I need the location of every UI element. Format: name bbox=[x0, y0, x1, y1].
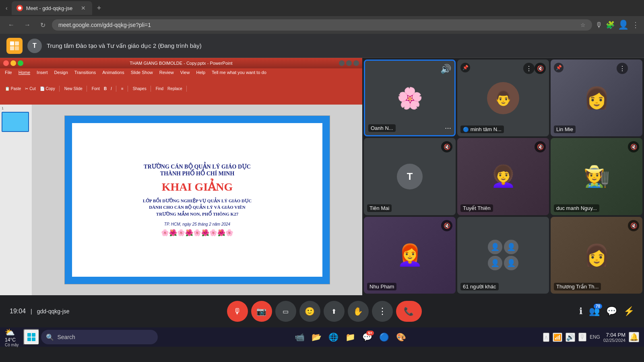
taskbar-app-explorer[interactable]: 📂 bbox=[309, 329, 325, 345]
taskbar-app-files[interactable]: 📁 bbox=[343, 329, 359, 345]
meeting-time: 19:04 bbox=[10, 308, 26, 315]
ppt-slide-thumb-1[interactable] bbox=[2, 112, 29, 132]
menu-icon[interactable]: ⋮ bbox=[632, 21, 639, 29]
address-bar: ← → ↻ meet.google.com/gdd-qqkg-jse?pli=1… bbox=[0, 16, 644, 34]
ppt-slide: TRƯỜNG CÁN BỘ QUẢN LÝ GIÁO DỤC THÀNH PHỐ… bbox=[64, 115, 330, 284]
oanh-name: Oanh N... bbox=[368, 124, 396, 132]
ppt-align-btn[interactable]: ≡ bbox=[120, 86, 125, 92]
clock-time: 7:04 PM bbox=[603, 332, 625, 338]
ppt-find-btn[interactable]: Find bbox=[154, 86, 165, 92]
captions-button[interactable]: ▭ bbox=[275, 301, 296, 322]
tab-add-button[interactable]: + bbox=[94, 2, 105, 14]
tab-favicon bbox=[17, 5, 23, 11]
ppt-menu-slideshow[interactable]: Slide Show bbox=[129, 69, 155, 76]
tab-nav-prev[interactable]: ‹ bbox=[3, 3, 10, 13]
weather-icon: ⛅ bbox=[5, 327, 15, 337]
ppt-menu-bar: File Home Insert Design Transitions Anim… bbox=[0, 68, 362, 76]
bookmark-icon[interactable]: ☆ bbox=[580, 22, 586, 28]
ppt-winbtn2[interactable] bbox=[346, 60, 352, 66]
people-button[interactable]: 👥 70 bbox=[589, 306, 600, 317]
ppt-cut-btn[interactable]: ✂ Cut bbox=[23, 86, 37, 92]
extensions-icon[interactable]: 🧩 bbox=[606, 21, 615, 29]
ppt-shapes-btn[interactable]: Shapes bbox=[131, 86, 148, 92]
tuyetthien-name: Tuyết Thiên bbox=[460, 204, 493, 212]
taskbar-app-zalo[interactable]: 💬 5+ bbox=[359, 329, 376, 345]
ppt-italic-btn[interactable]: I bbox=[109, 86, 114, 92]
ppt-winbtn3[interactable] bbox=[353, 60, 359, 66]
systray-network-icon[interactable]: 📶 bbox=[553, 333, 562, 342]
ppt-menu-design[interactable]: Design bbox=[53, 69, 70, 76]
taskbar-app-chrome[interactable]: 🔵 bbox=[376, 329, 392, 345]
participants-grid: 🌸 🔊 Oanh N... ⋯ 👨 📌 🔇 ⋮ 🔵 minh tâm N... … bbox=[362, 58, 644, 295]
ppt-menu-home[interactable]: Home bbox=[17, 69, 32, 76]
ppt-max-btn[interactable] bbox=[18, 60, 23, 66]
windows-logo-icon bbox=[27, 333, 35, 341]
tab-close-button[interactable]: ✕ bbox=[79, 4, 87, 12]
ppt-menu-view[interactable]: View bbox=[179, 69, 192, 76]
chat-button[interactable]: 💬 bbox=[606, 306, 617, 317]
ppt-min-btn[interactable] bbox=[10, 60, 16, 66]
time-separator: | bbox=[31, 308, 32, 315]
activities-button[interactable]: ⚡ bbox=[623, 306, 634, 317]
system-clock[interactable]: 7:04 PM 02/25/2024 bbox=[603, 332, 625, 343]
info-button[interactable]: ℹ bbox=[579, 306, 582, 317]
participant-card-ducmanh: 🧑‍🌾 🔇 duc manh Nguy... bbox=[551, 138, 642, 215]
info-icon: ℹ bbox=[579, 306, 582, 316]
taskbar-search-bar[interactable]: 🔍 Search bbox=[41, 330, 158, 344]
participant-card-oanh: 🌸 🔊 Oanh N... ⋯ bbox=[364, 60, 456, 136]
controls-bar: 19:04 | gdd-qqkg-jse 🎙 📷 ▭ 🙂 ⬆ ✋ ⋮ bbox=[0, 295, 644, 327]
emoji-icon: 🙂 bbox=[305, 306, 315, 316]
ppt-menu-transitions[interactable]: Transitions bbox=[73, 69, 97, 76]
mute-button[interactable]: 🎙 bbox=[227, 301, 248, 322]
forward-button[interactable]: → bbox=[21, 20, 34, 30]
ppt-paste-btn[interactable]: 📋 Paste bbox=[3, 86, 23, 92]
taskbar-weather: ⛅ 14°C Có mây bbox=[5, 327, 19, 347]
tienmai-name: Tiên Mai bbox=[367, 204, 392, 212]
present-icon: ⬆ bbox=[331, 308, 336, 315]
minhtam-more-btn[interactable]: ⋮ bbox=[523, 63, 535, 74]
ppt-new-slide-btn[interactable]: New Slide bbox=[63, 86, 84, 92]
end-call-icon: 📞 bbox=[404, 306, 414, 316]
emoji-button[interactable]: 🙂 bbox=[299, 301, 320, 322]
minhtam-pin-icon: 📌 bbox=[460, 63, 470, 72]
ppt-font-btn[interactable]: Font bbox=[90, 86, 101, 92]
url-box[interactable]: meet.google.com/gdd-qqkg-jse?pli=1 ☆ bbox=[52, 19, 592, 31]
notification-button[interactable]: 🔔 bbox=[629, 332, 639, 342]
active-tab[interactable]: Meet - gdd-qqkg-jse ✕ bbox=[12, 1, 92, 15]
svg-rect-2 bbox=[10, 46, 14, 50]
systray-hidden-icons[interactable]: ∧ bbox=[543, 333, 549, 342]
systray-volume-icon[interactable]: 🔊 bbox=[566, 333, 575, 342]
camera-button[interactable]: 📷 bbox=[251, 301, 272, 322]
ppt-menu-review[interactable]: Review bbox=[158, 69, 175, 76]
linmie-more-btn[interactable]: ⋮ bbox=[617, 63, 628, 74]
ppt-menu-tellme[interactable]: Tell me what you want to do bbox=[210, 69, 268, 76]
slide-flowers: 🌸🌺🌸🌺🌸🌺🌸🌺🌸 bbox=[143, 229, 252, 237]
back-button[interactable]: ← bbox=[5, 20, 18, 30]
ppt-content-area: 1 TRƯỜNG CÁN BỘ QUẢN LÝ GIÁO DỤC THÀNH P… bbox=[0, 105, 362, 295]
present-button[interactable]: ⬆ bbox=[324, 301, 345, 322]
ppt-close-btn[interactable] bbox=[3, 60, 9, 66]
start-button[interactable] bbox=[23, 329, 39, 345]
oanh-audio-icon: 🔊 bbox=[440, 64, 451, 74]
ppt-replace-btn[interactable]: Replace bbox=[166, 86, 184, 92]
microphone-icon[interactable]: 🎙 bbox=[595, 21, 603, 29]
participant-card-tuyetthien: 👩‍🦱 🔇 Tuyết Thiên bbox=[457, 138, 549, 215]
systray-mic-icon[interactable]: 🎙 bbox=[578, 333, 586, 341]
ppt-winbtn1[interactable] bbox=[339, 60, 345, 66]
taskbar-app-extra[interactable]: 🎨 bbox=[393, 329, 409, 345]
ppt-menu-file[interactable]: File bbox=[3, 69, 14, 76]
taskbar-app-meet[interactable]: 📹 bbox=[292, 329, 308, 345]
profile-icon[interactable]: 👤 bbox=[618, 20, 629, 30]
end-call-button[interactable]: 📞 bbox=[396, 301, 422, 322]
ppt-menu-animations[interactable]: Animations bbox=[101, 69, 126, 76]
ppt-bold-btn[interactable]: B bbox=[102, 86, 108, 92]
raise-hand-button[interactable]: ✋ bbox=[348, 301, 369, 322]
taskbar-app-browser[interactable]: 🌐 bbox=[326, 329, 342, 345]
nhupham-mute-icon: 🔇 bbox=[441, 220, 452, 231]
ppt-copy-btn[interactable]: 📄 Copy bbox=[38, 86, 57, 92]
oanh-more-btn[interactable]: ⋯ bbox=[445, 124, 451, 132]
ppt-menu-insert[interactable]: Insert bbox=[35, 69, 50, 76]
ppt-menu-help[interactable]: Help bbox=[194, 69, 207, 76]
refresh-button[interactable]: ↻ bbox=[37, 20, 49, 31]
more-options-button[interactable]: ⋮ bbox=[372, 301, 393, 322]
